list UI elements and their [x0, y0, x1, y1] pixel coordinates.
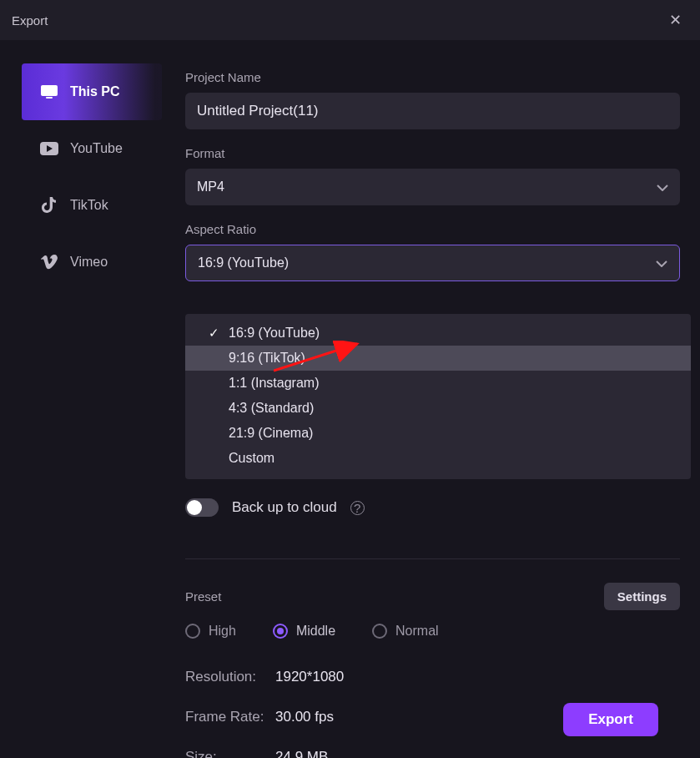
sidebar-item-youtube[interactable]: YouTube: [22, 120, 162, 177]
window-title: Export: [12, 13, 48, 28]
backup-label: Back up to cloud: [232, 499, 337, 516]
sidebar-item-this-pc[interactable]: This PC: [22, 63, 162, 120]
export-settings-panel: Project Name Format MP4 Aspect Ratio 16:…: [167, 63, 700, 758]
youtube-icon: [40, 139, 58, 158]
computer-icon: [40, 83, 58, 101]
preset-option-normal[interactable]: Normal: [372, 624, 439, 639]
aspect-ratio-option[interactable]: 21:9 (Cinema): [185, 421, 691, 446]
project-name-label: Project Name: [185, 70, 680, 84]
aspect-ratio-label: Aspect Ratio: [185, 222, 680, 236]
backup-toggle[interactable]: [185, 498, 219, 517]
divider: [185, 558, 680, 559]
vimeo-icon: [40, 253, 58, 271]
chevron-down-icon: [656, 255, 667, 270]
sidebar-item-vimeo[interactable]: Vimeo: [22, 234, 162, 291]
radio-icon: [185, 624, 200, 639]
project-name-input[interactable]: [185, 93, 680, 129]
preset-label: Preset: [185, 589, 221, 604]
format-select[interactable]: MP4: [185, 169, 680, 205]
aspect-ratio-selected-value: 16:9 (YouTube): [198, 255, 289, 270]
format-selected-value: MP4: [197, 179, 224, 195]
radio-icon: [273, 624, 288, 639]
close-icon[interactable]: ✕: [662, 8, 688, 33]
sidebar-item-label: This PC: [70, 84, 120, 99]
resolution-label: Resolution:: [185, 669, 275, 685]
size-label: Size:: [185, 749, 275, 758]
toggle-knob: [187, 500, 202, 515]
aspect-ratio-dropdown: ✓ 16:9 (YouTube) 9:16 (TikTok) 1:1 (Inst…: [185, 314, 691, 479]
help-icon[interactable]: ?: [350, 501, 365, 515]
aspect-ratio-option[interactable]: 1:1 (Instagram): [185, 371, 691, 396]
preset-option-middle[interactable]: Middle: [273, 624, 335, 639]
preset-option-high[interactable]: High: [185, 624, 236, 639]
export-destination-sidebar: This PC YouTube TikTok Vimeo: [0, 63, 167, 758]
tiktok-icon: [40, 196, 58, 215]
sidebar-item-label: YouTube: [70, 141, 123, 156]
resolution-value: 1920*1080: [275, 669, 344, 685]
aspect-ratio-select[interactable]: 16:9 (YouTube): [185, 245, 680, 281]
titlebar: Export ✕: [0, 0, 700, 40]
preset-radio-group: High Middle Normal: [185, 624, 680, 639]
chevron-down-icon: [657, 179, 668, 195]
framerate-label: Frame Rate:: [185, 709, 275, 725]
sidebar-item-label: TikTok: [70, 198, 108, 213]
format-label: Format: [185, 146, 680, 160]
check-icon: ✓: [209, 326, 219, 341]
svg-rect-1: [46, 97, 53, 99]
aspect-ratio-option[interactable]: Custom: [185, 446, 691, 471]
export-button[interactable]: Export: [563, 703, 658, 736]
size-value: 24.9 MB: [275, 749, 328, 758]
settings-button[interactable]: Settings: [604, 583, 680, 610]
svg-rect-0: [41, 85, 58, 96]
aspect-ratio-option[interactable]: ✓ 16:9 (YouTube): [185, 321, 691, 346]
radio-icon: [372, 624, 387, 639]
framerate-value: 30.00 fps: [275, 709, 334, 725]
aspect-ratio-option[interactable]: 9:16 (TikTok): [185, 346, 691, 371]
sidebar-item-tiktok[interactable]: TikTok: [22, 177, 162, 234]
aspect-ratio-option[interactable]: 4:3 (Standard): [185, 396, 691, 421]
sidebar-item-label: Vimeo: [70, 255, 108, 270]
